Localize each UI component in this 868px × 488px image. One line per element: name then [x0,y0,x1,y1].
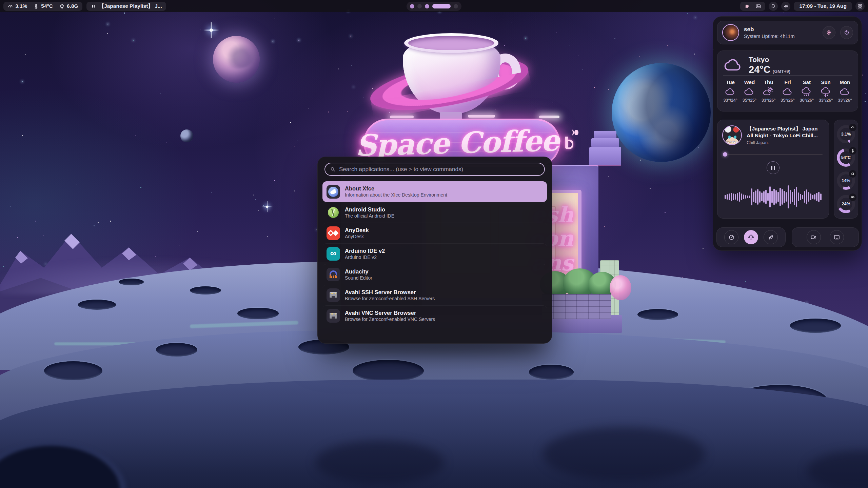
launcher-search[interactable] [324,163,545,176]
workspace-dot[interactable] [425,4,429,8]
memory-value: 6.8G [67,3,78,9]
workspace-dot[interactable] [454,4,458,8]
forecast-day: Thu 33°/26° [759,79,778,103]
forecast-weather-icon [782,86,793,97]
weather-card: Tokyo 24°C (GMT+9) Tue 33°/24° Wed [717,50,858,111]
screenshot-button[interactable] [830,230,844,244]
app-desc: Information about the Xfce Desktop Envir… [345,192,447,198]
power-mode-group [716,227,786,247]
top-bar: 3.1% 54°C 6.8G 【Japanese Playlist】 J... [0,0,868,12]
user-card: seb System Uptime: 4h11m [717,21,858,44]
scales-icon [748,234,754,241]
workspace-dot[interactable] [417,4,422,8]
app-desc: Browse for Zeroconf-enabled VNC Servers [345,317,435,323]
screen-record-button[interactable] [807,230,821,244]
forecast-day: Fri 35°/26° [778,79,797,103]
crater [237,308,279,319]
workspace-dot[interactable] [432,4,451,8]
pink-planet [213,36,260,83]
search-input[interactable] [339,166,539,173]
weather-city: Tokyo [749,56,790,64]
weather-cloud-icon [724,56,743,75]
forecast-day: Sun 33°/26° [816,79,835,103]
disk-icon [849,194,856,201]
crater [353,360,424,382]
app-title: Avahi VNC Server Browser [345,309,435,317]
runcat-icon[interactable] [744,3,750,9]
roof-tower-step [591,138,619,147]
screenshot-icon [833,234,840,241]
bright-star-flare [203,22,219,38]
now-playing-pill[interactable]: 【Japanese Playlist】 J... [86,2,166,11]
android-studio-icon [327,206,340,219]
app-title: About Xfce [345,185,447,192]
weather-timezone: (GMT+9) [773,69,790,74]
app-grid-icon [857,3,863,9]
crater [790,319,841,333]
weather-temp: 24°C [749,64,771,75]
app-row-android-studio[interactable]: Android Studio The official Android IDE [322,202,547,223]
cup-rim [404,33,498,53]
workspace-switcher[interactable] [407,2,461,11]
app-title: Avahi SSH Server Browser [345,289,435,296]
album-art[interactable]: TOKYO L [722,125,742,145]
roof-light [390,116,414,118]
crater [156,343,197,357]
crater [190,286,221,294]
tray-utilities-pill[interactable] [740,2,765,11]
capture-group [792,227,859,247]
network-port-icon [327,288,340,302]
system-uptime: System Uptime: 4h11m [744,34,818,39]
clock-text: 17:09 - Tue, 19 Aug [799,3,847,9]
disk-gauge: 24% [837,195,855,213]
app-row-avahi-vnc[interactable]: Avahi VNC Server Browser Browse for Zero… [322,305,547,326]
roof-light [539,116,559,118]
app-title: Arduino IDE v2 [345,247,385,255]
app-grid-button[interactable] [855,2,865,11]
xfce-icon [327,185,340,199]
wallpaper-icon[interactable] [755,3,761,9]
app-desc: Arduino IDE v2 [345,255,385,261]
app-row-about-xfce[interactable]: About Xfce Information about the Xfce De… [322,181,547,202]
app-row-audacity[interactable]: Audacity Sound Editor [322,264,547,285]
pause-icon [91,3,96,9]
app-title: AnyDesk [345,227,369,234]
app-desc: AnyDesk [345,234,369,240]
performance-mode-button[interactable] [724,230,738,244]
power-button[interactable] [840,26,853,39]
power-icon [844,29,850,36]
app-row-anydesk[interactable]: AnyDesk AnyDesk [322,223,547,243]
side-panel: seb System Uptime: 4h11m Tokyo 24°C (GMT… [713,16,862,251]
progress-bar[interactable] [724,154,823,155]
forecast-day: Sat 36°/26° [797,79,816,103]
brick-planter [542,294,611,319]
app-row-arduino[interactable]: ∞ Arduino IDE v2 Arduino IDE v2 [322,243,547,264]
app-desc: Browse for Zeroconf-enabled SSH Servers [345,296,435,302]
app-row-avahi-ssh[interactable]: Avahi SSH Server Browser Browse for Zero… [322,285,547,305]
app-title: Audacity [345,268,372,275]
crater [637,309,678,320]
volume-button[interactable] [781,2,790,11]
balanced-mode-button[interactable] [744,230,758,244]
search-icon [330,166,336,172]
crater [542,427,705,481]
progress-handle[interactable] [723,152,727,157]
thermometer-icon [33,3,39,9]
avatar[interactable] [722,24,739,41]
powersave-mode-button[interactable] [764,230,778,244]
chip-icon [849,170,856,178]
crater [78,300,116,310]
gauge-icon [849,124,856,131]
app-desc: Sound Editor [345,275,372,281]
crater [529,365,574,380]
settings-button[interactable] [823,26,835,39]
play-pause-button[interactable] [767,161,780,174]
system-stats-pill[interactable]: 3.1% 54°C 6.8G [3,2,82,11]
notifications-button[interactable] [769,2,778,11]
clock-pill[interactable]: 17:09 - Tue, 19 Aug [794,2,852,11]
temperature-stat: 54°C [33,3,53,9]
app-desc: The official Android IDE [345,213,394,219]
cpu-gauge: 3.1% [837,125,855,143]
screen-record-icon [810,234,817,241]
workspace-dot[interactable] [410,4,414,8]
